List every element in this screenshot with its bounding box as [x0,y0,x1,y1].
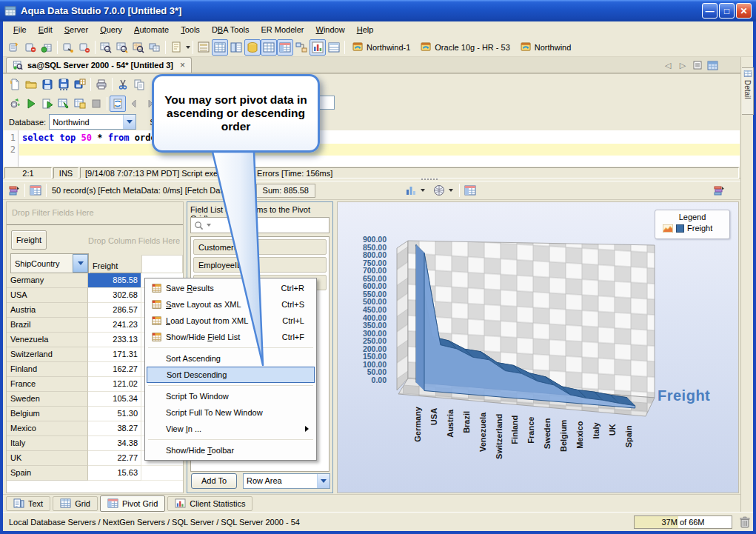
row-field-chevron-icon[interactable] [73,254,88,273]
copy-button[interactable] [131,76,147,93]
value-cell[interactable]: 15.63 [88,466,141,481]
row-header-cell[interactable]: Mexico [7,421,88,436]
row-header-cell[interactable]: Italy [7,436,88,451]
view-table-grid-toggle[interactable] [261,39,277,56]
tab-text[interactable]: Text [6,496,50,511]
menu-tools[interactable]: Tools [175,23,206,36]
query-builder-button[interactable] [147,39,163,56]
document-tab[interactable]: sa@SQL Server 2000 - 54* [Untitled 3] × [6,57,192,73]
menu-item-script-full-to-new-window[interactable]: Script Full To New Window [145,404,316,421]
value-cell[interactable]: 171.31 [88,347,141,362]
sql-line-1[interactable]: select top 50 * from orde [19,132,740,144]
value-cell[interactable]: 105.34 [88,392,141,407]
menu-er-modeler[interactable]: ER Modeler [255,23,310,36]
row-header-cell[interactable]: Sweden [7,392,88,407]
value-cell[interactable]: 286.57 [88,303,141,318]
garbage-collect-button[interactable] [740,516,750,528]
database-combo[interactable]: Northwind [49,114,136,130]
cut-button[interactable] [115,76,131,93]
fetch-results-toggle[interactable] [110,96,126,112]
view-results-grid-toggle[interactable] [212,39,228,56]
view-database-toggle[interactable] [244,39,261,56]
tab-scroll-left-button[interactable]: ◁ [662,59,674,71]
menu-query[interactable]: Query [94,23,128,36]
row-header-cell[interactable]: Brazil [7,318,88,333]
script-button[interactable] [168,39,184,56]
pivot-table-button[interactable] [27,182,44,198]
value-cell[interactable]: 38.27 [88,421,141,436]
query-analyzer-new-button[interactable] [114,39,130,56]
value-cell[interactable]: 162.27 [88,362,141,377]
menu-edit[interactable]: Edit [33,23,58,36]
row-header-cell[interactable]: Finland [7,362,88,377]
open-file-button[interactable] [23,76,39,93]
execute-button[interactable] [23,96,39,112]
new-file-button[interactable] [7,76,23,93]
title-bar[interactable]: Aqua Data Studio 7.0.0 [Untitled 3*] — □… [0,0,756,21]
value-cell[interactable]: 241.23 [88,318,141,333]
view-results-text-toggle[interactable] [228,39,244,56]
connection-button-1[interactable]: Oracle 10g - HR - 53 [415,40,515,54]
value-cell[interactable]: 34.38 [88,436,141,451]
save-as-button[interactable] [56,76,72,93]
value-column-header[interactable]: Freight [90,255,141,273]
chart-3d-dropdown-caret[interactable] [449,189,453,192]
chart-type-button[interactable] [403,182,419,198]
server-properties-button[interactable] [22,39,39,56]
execute-settings-button[interactable] [7,96,23,112]
row-field-button[interactable]: ShipCountry [10,253,89,273]
tab-pivot-grid[interactable]: Pivot Grid [100,495,165,512]
area-select-combo[interactable]: Row Area [243,473,330,489]
connection-button-0[interactable]: Northwind-1 [347,40,415,54]
query-analyzer-button[interactable] [98,39,114,56]
view-er-diagram-toggle[interactable] [293,39,310,56]
row-header-cell[interactable]: Venezuela [7,333,88,347]
tab-close-icon[interactable]: × [177,60,185,70]
save-results-button[interactable] [72,76,88,93]
chart-legend[interactable]: Legend Freight [655,210,730,239]
schema-browser-button[interactable] [195,39,212,56]
query-window-button[interactable] [130,39,147,56]
menu-server[interactable]: Server [58,23,94,36]
sql-line-2-current[interactable] [19,144,740,156]
chart-3d-button[interactable] [431,182,447,198]
filter-fields-dropzone[interactable]: Drop Filter Fields Here [7,202,183,225]
menu-automate[interactable]: Automate [128,23,175,36]
close-button[interactable]: ✕ [736,3,752,19]
sql-editor[interactable]: 12 select top 50 * from orde [4,130,740,167]
script-dropdown-caret[interactable] [186,46,190,49]
row-header-cell[interactable]: Switzerland [7,347,88,362]
database-combo-chevron-icon[interactable] [123,115,136,129]
stop-button[interactable] [88,96,104,112]
value-cell[interactable]: 51.30 [88,407,141,421]
memory-gauge[interactable]: 37M of 66M [634,515,732,529]
maximize-button[interactable]: □ [719,3,735,19]
row-header-cell[interactable]: USA [7,288,88,303]
area-select-chevron-icon[interactable] [317,474,330,488]
register-server-button[interactable] [6,39,22,56]
value-cell[interactable]: 302.68 [88,288,141,303]
value-cell[interactable]: 233.13 [88,333,141,347]
export-results-button[interactable] [6,182,22,198]
save-button[interactable] [39,76,56,93]
data-field-button[interactable]: Freight [11,230,47,250]
menu-window[interactable]: Window [310,23,351,36]
print-button[interactable] [93,76,110,93]
column-fields-dropzone[interactable]: Drop Column Fields Here [88,236,180,245]
row-header-cell[interactable]: France [7,377,88,392]
maximize-editor-button[interactable] [706,59,718,71]
connect-server-button[interactable] [39,39,55,56]
tab-scroll-right-button[interactable]: ▷ [677,59,689,71]
row-header-cell[interactable]: UK [7,451,88,466]
layout-button[interactable] [711,182,727,198]
row-header-cell[interactable]: Germany [7,273,88,288]
chart-type-dropdown-caret[interactable] [421,189,425,192]
menu-dba-tools[interactable]: DBA Tools [206,23,255,36]
execute-explain-button[interactable] [72,96,88,112]
history-back-button[interactable] [126,96,142,112]
view-detail-table-toggle[interactable] [326,39,342,56]
value-cell[interactable]: 121.02 [88,377,141,392]
value-cell[interactable]: 22.77 [88,451,141,466]
tab-client-statistics[interactable]: Client Statistics [167,496,252,511]
detail-tab[interactable]: Detail [742,67,754,115]
